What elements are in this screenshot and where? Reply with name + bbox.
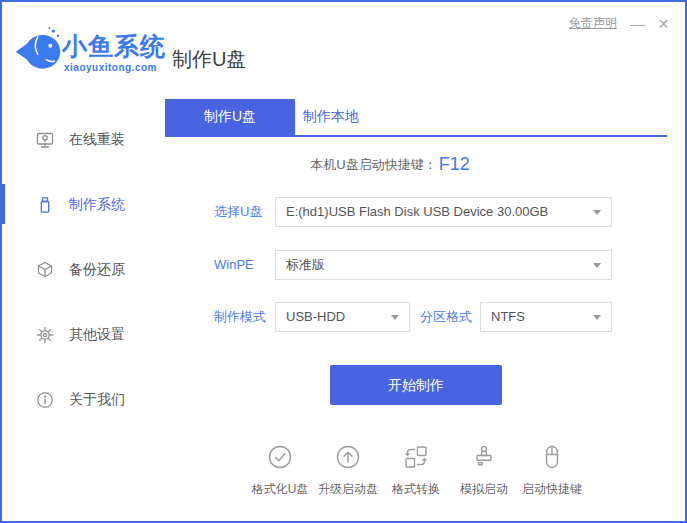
hotkey-value: F12 [439,154,470,174]
make-mode-select[interactable]: USB-HDD [275,302,410,332]
partition-format-label: 分区格式 [420,302,472,332]
usb-select-value: E:(hd1)USB Flash Disk USB Device 30.00GB [286,204,548,219]
tool-upgrade-boot-disk[interactable]: 升级启动盘 [317,444,380,498]
tab-make-usb[interactable]: 制作U盘 [165,99,295,135]
format-check-icon [267,444,293,474]
tool-label: 模拟启动 [460,481,508,498]
disclaimer-link[interactable]: 免责声明 [569,15,617,32]
upgrade-arrow-icon [335,444,361,474]
footer-toolbar: 格式化U盘 升级启动盘 格式转换 模拟启动 [165,444,667,498]
usb-select[interactable]: E:(hd1)USB Flash Disk USB Device 30.00GB [275,197,612,227]
tool-boot-hotkey[interactable]: 启动快捷键 [521,444,584,498]
tool-format-usb[interactable]: 格式化U盘 [249,444,312,498]
minimize-button[interactable]: — [630,16,645,31]
info-icon [36,391,54,409]
monitor-icon [36,131,54,149]
hotkey-mouse-icon [539,444,565,474]
sidebar: 在线重装 制作系统 备份还原 其他设置 关于我们 [2,107,162,432]
chevron-down-icon [593,315,601,320]
make-mode-value: USB-HDD [286,309,345,324]
sidebar-item-backup-restore[interactable]: 备份还原 [2,237,162,302]
partition-format-select[interactable]: NTFS [480,302,612,332]
tool-simulate-boot[interactable]: 模拟启动 [453,444,516,498]
app-name: 小鱼系统 [62,30,166,63]
gear-icon [36,326,54,344]
tab-bar: 制作U盘 制作本地 [165,99,667,137]
sidebar-item-label: 备份还原 [69,261,125,279]
chevron-down-icon [593,210,601,215]
tool-label: 格式化U盘 [252,481,309,498]
sidebar-item-make-system[interactable]: 制作系统 [2,172,162,237]
app-domain: xiaoyuxitong.com [64,62,157,73]
usb-drive-icon [36,196,54,214]
winpe-select-label: WinPE [214,250,254,280]
app-window: 小鱼系统 xiaoyuxitong.com 制作U盘 免责声明 — × 在线重装… [0,0,687,523]
sidebar-item-other-settings[interactable]: 其他设置 [2,302,162,367]
tool-label: 格式转换 [392,481,440,498]
make-mode-label: 制作模式 [214,302,266,332]
sidebar-item-label: 制作系统 [69,196,125,214]
fish-logo-icon [15,25,61,77]
hotkey-label: 本机U盘启动快捷键： [310,157,436,172]
winpe-select[interactable]: 标准版 [275,250,612,280]
close-button[interactable]: × [658,14,669,33]
tool-label: 启动快捷键 [522,481,582,498]
usb-select-label: 选择U盘 [214,197,262,227]
tool-format-convert[interactable]: 格式转换 [385,444,448,498]
chevron-down-icon [593,263,601,268]
winpe-select-value: 标准版 [286,257,325,272]
main-content: 制作U盘 制作本地 本机U盘启动快捷键：F12 选择U盘 E:(hd1)USB … [165,99,667,519]
backup-box-icon [36,261,54,279]
tool-label: 升级启动盘 [318,481,378,498]
boot-hotkey-line: 本机U盘启动快捷键：F12 [165,154,615,175]
partition-format-value: NTFS [491,309,525,324]
sidebar-item-online-reinstall[interactable]: 在线重装 [2,107,162,172]
simulate-stamp-icon [471,444,497,474]
sidebar-item-label: 在线重装 [69,131,125,149]
chevron-down-icon [391,315,399,320]
sidebar-item-label: 关于我们 [69,391,125,409]
page-title: 制作U盘 [172,46,246,73]
tab-make-local[interactable]: 制作本地 [295,99,425,135]
sidebar-item-about-us[interactable]: 关于我们 [2,367,162,432]
sidebar-item-label: 其他设置 [69,326,125,344]
convert-icon [403,444,429,474]
start-make-button[interactable]: 开始制作 [330,365,502,405]
